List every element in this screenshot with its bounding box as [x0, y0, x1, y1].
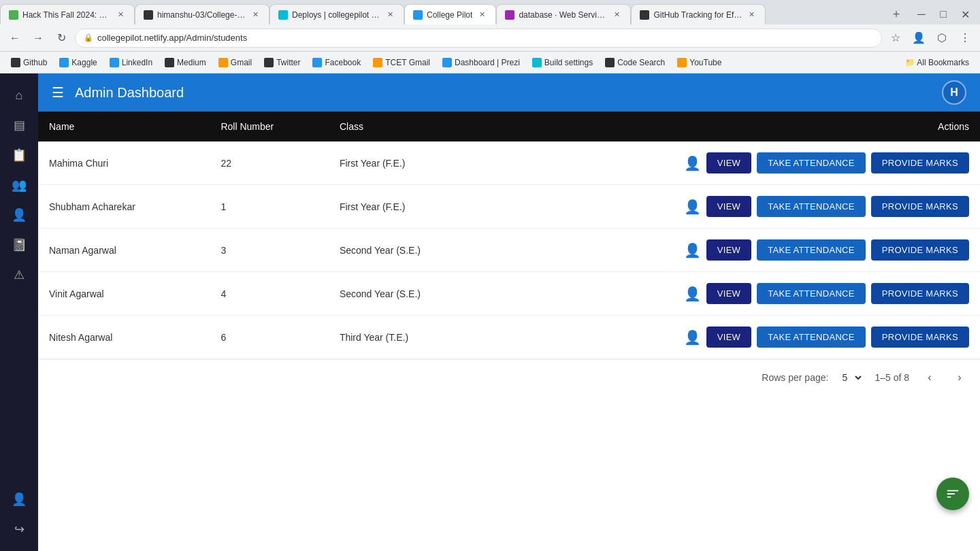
tab-close-button[interactable]: ✕	[611, 10, 622, 20]
bookmark-github[interactable]: Github	[5, 56, 52, 69]
close-window-button[interactable]: ✕	[956, 5, 975, 24]
browser-tab-tab1[interactable]: Hack This Fall 2024: Dashboard | ✕	[0, 4, 135, 24]
browser-tab-tab6[interactable]: GitHub Tracking for Efficient Coll... ✕	[631, 4, 766, 24]
take-attendance-button[interactable]: TAKE ATTENDANCE	[757, 152, 866, 173]
bookmark-kaggle[interactable]: Kaggle	[54, 56, 102, 69]
provide-marks-button[interactable]: PROVIDE MARKS	[871, 327, 969, 348]
bookmark-medium[interactable]: Medium	[159, 56, 212, 69]
tab-close-button[interactable]: ✕	[476, 10, 487, 20]
menu-button[interactable]: ⋮	[956, 29, 975, 48]
table-container: Name Roll Number Class Actions Mahima Ch…	[38, 112, 980, 551]
table-row: Vinit Agarwal 4 Second Year (S.E.) 👤 VIE…	[38, 272, 980, 316]
cell-roll: 6	[210, 316, 328, 359]
avatar[interactable]: H	[942, 80, 966, 105]
next-page-button[interactable]: ›	[950, 368, 969, 387]
tab-favicon	[9, 10, 18, 20]
browser-tab-tab2[interactable]: himanshu-03/College-Pilot ✕	[135, 4, 270, 24]
sidebar-icon-profile[interactable]: 👤	[5, 486, 33, 513]
table-row: Nitesh Agarwal 6 Third Year (T.E.) 👤 VIE…	[38, 316, 980, 359]
bookmark-label: TCET Gmail	[385, 58, 430, 67]
person-icon[interactable]: 👤	[684, 199, 701, 215]
bookmark-tcet-gmail[interactable]: TCET Gmail	[368, 56, 436, 69]
tab-title: Hack This Fall 2024: Dashboard |	[22, 10, 111, 20]
pagination-range: 1–5 of 8	[875, 372, 909, 383]
view-button[interactable]: VIEW	[706, 327, 751, 348]
bookmark-button[interactable]: ☆	[886, 29, 905, 48]
tab-title: GitHub Tracking for Efficient Coll...	[653, 10, 742, 20]
sidebar-icon-warning[interactable]: ⚠	[5, 261, 33, 288]
table-row: Naman Agarwal 3 Second Year (S.E.) 👤 VIE…	[38, 229, 980, 272]
address-bar[interactable]: 🔒 collegepilot.netlify.app/Admin/student…	[75, 29, 882, 48]
new-tab-button[interactable]: +	[886, 4, 906, 24]
bookmark-build-settings[interactable]: Build settings	[527, 56, 598, 69]
person-icon[interactable]: 👤	[684, 329, 701, 346]
cell-class: Third Year (T.E.)	[329, 316, 492, 359]
provide-marks-button[interactable]: PROVIDE MARKS	[871, 196, 969, 217]
provide-marks-button[interactable]: PROVIDE MARKS	[871, 152, 969, 173]
view-button[interactable]: VIEW	[706, 283, 751, 304]
bookmark-youtube[interactable]: YouTube	[672, 56, 727, 69]
cell-roll: 22	[210, 141, 328, 185]
tab-close-button[interactable]: ✕	[115, 10, 126, 20]
rows-per-page-label: Rows per page:	[762, 372, 828, 383]
all-bookmarks[interactable]: 📁 All Bookmarks	[900, 56, 975, 69]
browser-tab-tab4[interactable]: College Pilot ✕	[404, 4, 496, 24]
bookmark-favicon	[264, 58, 274, 67]
table-row: Mahima Churi 22 First Year (F.E.) 👤 VIEW…	[38, 141, 980, 185]
sidebar-icon-notebook[interactable]: 📓	[5, 231, 33, 258]
filter-fab-button[interactable]	[936, 478, 969, 510]
cell-actions: 👤 VIEW TAKE ATTENDANCE PROVIDE MARKS	[492, 185, 980, 229]
take-attendance-button[interactable]: TAKE ATTENDANCE	[757, 327, 866, 348]
bookmark-favicon	[110, 58, 119, 67]
sidebar-icon-document[interactable]: ▤	[5, 112, 33, 139]
sidebar-icon-home[interactable]: ⌂	[5, 82, 33, 109]
tab-close-button[interactable]: ✕	[250, 10, 261, 20]
sidebar-icon-person[interactable]: 👤	[5, 201, 33, 229]
browser-tab-tab3[interactable]: Deploys | collegepilot | Netlify ✕	[270, 4, 404, 24]
back-button[interactable]: ←	[5, 29, 24, 48]
extensions-button[interactable]: ⬡	[932, 29, 951, 48]
forward-button[interactable]: →	[29, 29, 48, 48]
hamburger-button[interactable]: ☰	[52, 84, 64, 101]
bookmark-label: Build settings	[544, 58, 593, 67]
bookmark-favicon	[677, 58, 687, 67]
person-icon[interactable]: 👤	[684, 242, 701, 258]
app-title: Admin Dashboard	[75, 85, 931, 101]
minimize-button[interactable]: ─	[912, 5, 931, 24]
bookmark-label: Facebook	[325, 58, 361, 67]
col-roll: Roll Number	[210, 112, 328, 141]
bookmark-label: Code Search	[617, 58, 665, 67]
bookmark-code-search[interactable]: Code Search	[600, 56, 670, 69]
take-attendance-button[interactable]: TAKE ATTENDANCE	[757, 196, 866, 217]
bookmark-label: LinkedIn	[122, 58, 152, 67]
browser-tab-tab5[interactable]: database · Web Service · Render ✕	[496, 4, 631, 24]
reload-button[interactable]: ↻	[52, 29, 71, 48]
sidebar-icon-people[interactable]: 👥	[5, 171, 33, 199]
take-attendance-button[interactable]: TAKE ATTENDANCE	[757, 283, 866, 304]
col-actions: Actions	[492, 112, 980, 141]
view-button[interactable]: VIEW	[706, 152, 751, 173]
rows-per-page-select[interactable]: 5 10 25	[839, 371, 864, 384]
sidebar-icon-report[interactable]: 📋	[5, 141, 33, 169]
bookmark-label: Twitter	[276, 58, 300, 67]
person-icon[interactable]: 👤	[684, 286, 701, 302]
actions-cell: 👤 VIEW TAKE ATTENDANCE PROVIDE MARKS	[503, 239, 969, 261]
prev-page-button[interactable]: ‹	[920, 368, 939, 387]
bookmark-label: Gmail	[231, 58, 252, 67]
tab-close-button[interactable]: ✕	[385, 10, 395, 20]
profile-button[interactable]: 👤	[909, 29, 928, 48]
bookmark-linkedin[interactable]: LinkedIn	[104, 56, 158, 69]
tab-close-button[interactable]: ✕	[746, 10, 757, 20]
bookmark-facebook[interactable]: Facebook	[307, 56, 366, 69]
take-attendance-button[interactable]: TAKE ATTENDANCE	[757, 239, 866, 261]
sidebar-icon-logout[interactable]: ↪	[5, 516, 33, 543]
provide-marks-button[interactable]: PROVIDE MARKS	[871, 283, 969, 304]
bookmark-dashboard-|-prezi[interactable]: Dashboard | Prezi	[437, 56, 525, 69]
view-button[interactable]: VIEW	[706, 196, 751, 217]
bookmark-gmail[interactable]: Gmail	[213, 56, 257, 69]
provide-marks-button[interactable]: PROVIDE MARKS	[871, 239, 969, 261]
view-button[interactable]: VIEW	[706, 239, 751, 261]
bookmark-twitter[interactable]: Twitter	[259, 56, 306, 69]
person-icon[interactable]: 👤	[684, 155, 701, 171]
maximize-button[interactable]: □	[934, 5, 953, 24]
